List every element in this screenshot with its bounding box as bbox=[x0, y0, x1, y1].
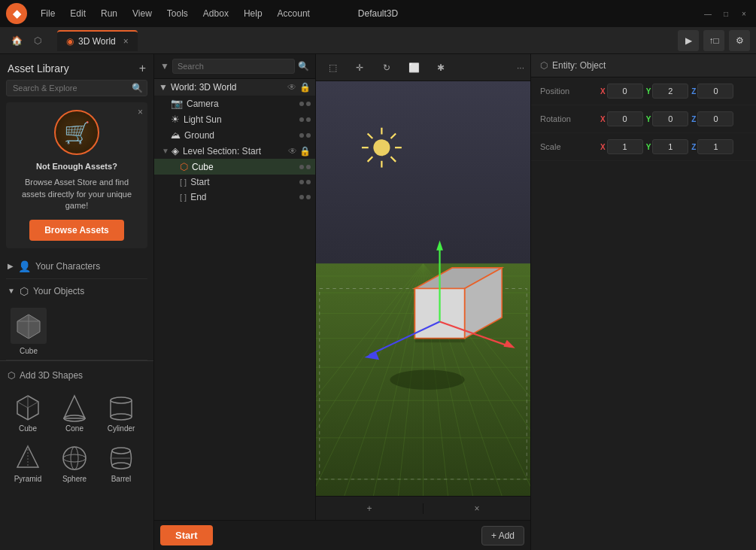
rotation-y-input[interactable] bbox=[652, 111, 688, 126]
menu-edit[interactable]: Edit bbox=[64, 5, 92, 22]
tree-node-ground[interactable]: ⛰ Ground bbox=[154, 127, 315, 143]
objects-list: Cube bbox=[0, 303, 153, 360]
promo-title: Not Enough Assets? bbox=[14, 161, 140, 172]
scale-x-axis: X bbox=[600, 143, 606, 151]
viewport-canvas[interactable] bbox=[316, 81, 530, 496]
network-button[interactable]: ⬡ bbox=[27, 30, 48, 51]
lock-icon[interactable]: 🔒 bbox=[299, 82, 311, 93]
tab-label: 3D World bbox=[78, 36, 116, 47]
rotation-z-input[interactable] bbox=[697, 111, 733, 126]
position-y-input[interactable] bbox=[652, 84, 688, 99]
browse-assets-button[interactable]: Browse Assets bbox=[29, 220, 124, 241]
scene-search-icon[interactable]: 🔍 bbox=[298, 61, 309, 71]
minimize-button[interactable]: — bbox=[702, 8, 714, 20]
tree-node-light[interactable]: ☀ Light Sun bbox=[154, 111, 315, 127]
promo-close-button[interactable]: × bbox=[138, 107, 143, 117]
scale-x-input[interactable] bbox=[607, 139, 643, 154]
scene-search-input[interactable] bbox=[172, 59, 295, 74]
your-objects-section[interactable]: ▼ ⬡ Your Objects bbox=[0, 279, 153, 303]
menu-view[interactable]: View bbox=[126, 5, 158, 22]
export-button[interactable]: ↑□ bbox=[703, 30, 724, 51]
position-row: Position X Y Z bbox=[531, 77, 756, 105]
play-button[interactable]: ▶ bbox=[678, 30, 699, 51]
scale-tool-button[interactable]: ⬜ bbox=[403, 57, 424, 78]
tab-3d-world[interactable]: ◉ 3D World × bbox=[57, 30, 138, 51]
dot2-start bbox=[306, 180, 311, 184]
properties-header: ⬡ Entity: Object bbox=[531, 54, 756, 77]
shape-sphere-icon bbox=[58, 442, 91, 475]
shape-cylinder-icon bbox=[105, 391, 138, 424]
tree-node-start[interactable]: [ ] Start bbox=[154, 175, 315, 190]
rotation-inputs: X Y Z bbox=[600, 111, 747, 126]
filter-button[interactable]: ▼ bbox=[160, 61, 169, 71]
shape-cube-icon bbox=[11, 391, 44, 424]
position-inputs: X Y Z bbox=[600, 84, 747, 99]
shapes-icon: ⬡ bbox=[8, 370, 15, 381]
rotation-x-input[interactable] bbox=[607, 111, 643, 126]
scale-inputs: X Y Z bbox=[600, 139, 747, 154]
tree-node-cube[interactable]: ⬡ Cube bbox=[154, 159, 315, 175]
transform-tool-button[interactable]: ✱ bbox=[430, 57, 451, 78]
shape-pyramid[interactable]: Pyramid bbox=[6, 439, 50, 486]
your-characters-label: Your Characters bbox=[35, 261, 100, 272]
viewport-more-button[interactable]: ··· bbox=[517, 62, 524, 73]
light-icon: ☀ bbox=[171, 114, 180, 125]
settings-button[interactable]: ⚙ bbox=[729, 30, 750, 51]
asset-library-title: Asset Library bbox=[8, 62, 69, 74]
scale-z-input[interactable] bbox=[697, 139, 733, 154]
tree-node-level-section[interactable]: ▼ ◈ Level Section: Start 👁 🔒 bbox=[154, 143, 315, 159]
menu-account[interactable]: Account bbox=[272, 5, 316, 22]
viewport-tab-add-button[interactable]: + bbox=[316, 503, 424, 514]
scale-y-input[interactable] bbox=[652, 139, 688, 154]
move-tool-button[interactable]: ✛ bbox=[349, 57, 370, 78]
window-controls: — □ × bbox=[702, 8, 750, 20]
level-section-label: Level Section: Start bbox=[183, 146, 288, 156]
shape-cube[interactable]: Cube bbox=[6, 388, 50, 436]
menu-file[interactable]: File bbox=[35, 5, 61, 22]
home-button[interactable]: 🏠 bbox=[6, 30, 27, 51]
close-button[interactable]: × bbox=[738, 8, 750, 20]
tabbar-right-controls: ▶ ↑□ ⚙ bbox=[678, 30, 750, 51]
app-title: Default3D bbox=[358, 8, 398, 19]
objects-arrow-icon: ▼ bbox=[8, 287, 15, 295]
position-z-input[interactable] bbox=[697, 84, 733, 99]
select-tool-button[interactable]: ⬚ bbox=[322, 57, 343, 78]
viewport-tab-close-button[interactable]: × bbox=[424, 503, 530, 514]
asset-search-input[interactable] bbox=[6, 80, 147, 96]
tab-close-icon[interactable]: × bbox=[123, 36, 129, 47]
rotate-tool-button[interactable]: ↻ bbox=[376, 57, 397, 78]
menu-tools[interactable]: Tools bbox=[161, 5, 194, 22]
menu-run[interactable]: Run bbox=[95, 5, 123, 22]
position-z-axis: Z bbox=[691, 87, 696, 96]
object-item-cube[interactable]: Cube bbox=[6, 308, 51, 355]
shape-cone[interactable]: Cone bbox=[53, 388, 96, 436]
rotation-y-axis: Y bbox=[646, 115, 651, 123]
eye-icon[interactable]: 👁 bbox=[287, 82, 296, 93]
add-button[interactable]: + Add bbox=[481, 526, 524, 545]
shape-cylinder[interactable]: Cylinder bbox=[99, 388, 143, 436]
shape-barrel[interactable]: Barrel bbox=[99, 439, 143, 486]
lock-icon-section[interactable]: 🔒 bbox=[299, 146, 311, 156]
menu-help[interactable]: Help bbox=[238, 5, 269, 22]
ground-icon: ⛰ bbox=[171, 129, 181, 141]
position-x-input[interactable] bbox=[607, 84, 643, 99]
svg-point-11 bbox=[111, 414, 132, 420]
tree-node-camera[interactable]: 📷 Camera bbox=[154, 96, 315, 111]
position-x-group: X bbox=[600, 84, 643, 99]
start-button[interactable]: Start bbox=[160, 525, 213, 545]
your-characters-section[interactable]: ▶ 👤 Your Characters bbox=[0, 254, 153, 278]
asset-add-button[interactable]: + bbox=[139, 62, 146, 75]
camera-label: Camera bbox=[187, 99, 297, 109]
shape-pyramid-icon bbox=[11, 442, 44, 475]
tree-node-end[interactable]: [ ] End bbox=[154, 190, 315, 205]
maximize-button[interactable]: □ bbox=[720, 8, 732, 20]
end-node-icon: [ ] bbox=[180, 193, 187, 202]
shape-sphere[interactable]: Sphere bbox=[53, 439, 96, 486]
scale-z-axis: Z bbox=[691, 143, 696, 151]
shapes-label: Add 3D Shapes bbox=[20, 370, 83, 381]
eye-icon-section[interactable]: 👁 bbox=[288, 146, 297, 156]
shape-barrel-label: Barrel bbox=[111, 475, 132, 483]
menu-adbox[interactable]: Adbox bbox=[197, 5, 235, 22]
shapes-section-header[interactable]: ⬡ Add 3D Shapes bbox=[0, 366, 153, 385]
rotation-row: Rotation X Y Z bbox=[531, 105, 756, 133]
